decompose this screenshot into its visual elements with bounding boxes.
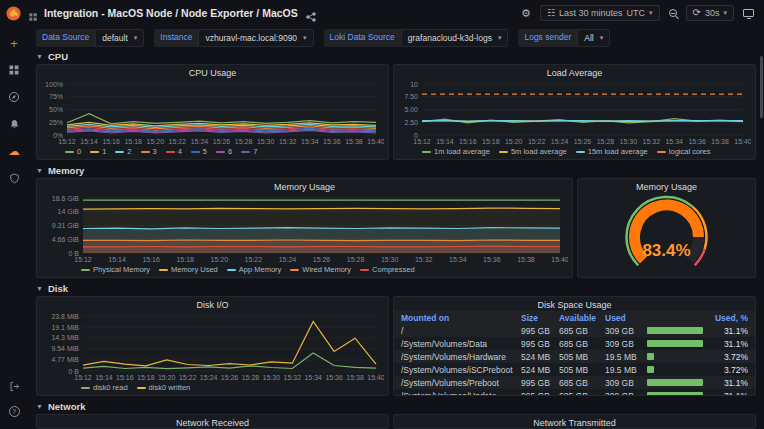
y-axis-label: 19.1 MiB — [51, 324, 79, 331]
alerting-bell-icon[interactable] — [7, 117, 21, 131]
table-cell: /System/Volumes/Preboot — [401, 378, 521, 388]
legend-swatch — [422, 151, 431, 153]
configuration-shield-icon[interactable] — [7, 171, 21, 185]
legend-label: disk0 written — [149, 383, 191, 392]
panel-title[interactable]: Network Received — [37, 415, 388, 429]
legend-item[interactable]: 2 — [115, 147, 131, 156]
panel-title[interactable]: Network Transmitted — [394, 415, 755, 429]
panel-title[interactable]: CPU Usage — [37, 65, 388, 79]
usage-bar — [647, 327, 703, 334]
legend-item[interactable]: 5 — [191, 147, 207, 156]
column-header[interactable]: Size — [521, 313, 559, 323]
column-header[interactable]: Used — [605, 313, 647, 323]
legend-item[interactable]: 6 — [216, 147, 232, 156]
scrollbar-thumb[interactable] — [760, 56, 763, 118]
zoom-out-icon[interactable] — [669, 9, 677, 17]
refresh-interval-label[interactable]: 30s — [705, 8, 720, 18]
usage-bar — [647, 340, 703, 347]
legend-label: Physical Memory — [93, 265, 150, 274]
cpu-usage-chart[interactable]: 0%25%50%75%100%15:1215:1415:1615:1815:20… — [41, 79, 384, 146]
table-cell: 309 GB — [605, 391, 647, 396]
legend-item[interactable]: 7 — [241, 147, 257, 156]
x-axis-label: 15:24 — [191, 138, 209, 145]
memory-gauge[interactable] — [578, 193, 755, 277]
legend-item[interactable]: Physical Memory — [81, 265, 150, 274]
variable-value-dropdown[interactable]: vzhuravl-mac.local:9090▾ — [198, 29, 313, 47]
series-fill — [83, 246, 560, 253]
section-header-cpu[interactable]: ▼ CPU — [36, 51, 756, 61]
timezone-label: UTC — [627, 8, 646, 18]
column-header[interactable]: Available — [559, 313, 605, 323]
share-icon[interactable] — [306, 8, 316, 18]
x-axis-label: 15:40 — [367, 374, 384, 381]
panel-title[interactable]: Disk I/O — [37, 297, 388, 311]
settings-gear-icon[interactable]: ⚙ — [521, 8, 531, 19]
section-header-memory[interactable]: ▼ Memory — [36, 165, 756, 175]
chevron-down-icon: ▾ — [498, 34, 502, 42]
legend-swatch — [159, 269, 168, 271]
dashboards-grid-icon[interactable] — [7, 63, 21, 77]
legend-item[interactable]: 15m load average — [576, 147, 648, 156]
variable-value-dropdown[interactable]: All▾ — [577, 29, 610, 47]
column-header[interactable]: Mounted on — [401, 313, 521, 323]
table-cell: /System/Volumes/Update — [401, 391, 521, 396]
memory-row: Memory Usage 0 B4.66 GiB9.31 GiB14 GiB18… — [36, 178, 756, 278]
panel-title[interactable]: Load Average — [394, 65, 755, 79]
legend-item[interactable]: 4 — [166, 147, 182, 156]
section-title: Disk — [48, 283, 68, 294]
legend-swatch — [137, 387, 146, 389]
legend-item[interactable]: Compressed — [360, 265, 415, 274]
legend-item[interactable]: 1m load average — [422, 147, 490, 156]
y-axis-label: 50% — [49, 106, 63, 113]
panel-title[interactable]: Memory Usage — [37, 179, 572, 193]
x-axis-label: 15:30 — [263, 374, 281, 381]
chevron-down-icon: ▾ — [600, 34, 604, 42]
usage-percent: 3.72% — [724, 365, 748, 375]
x-axis-label: 15:20 — [147, 138, 165, 145]
disk-table-head: Mounted onSizeAvailableUsedUsed, % — [394, 311, 755, 324]
grafana-cloud-icon[interactable]: ☁ — [7, 144, 21, 158]
legend-item[interactable]: 0 — [65, 147, 81, 156]
y-axis-label: 14 GiB — [58, 208, 80, 215]
refresh-control[interactable]: ⟳ 30s ▾ — [686, 5, 734, 21]
x-axis-label: 15:36 — [323, 138, 341, 145]
legend-item[interactable]: 1 — [90, 147, 106, 156]
create-plus-icon[interactable]: + — [7, 36, 21, 50]
help-icon[interactable]: ? — [9, 406, 20, 417]
usage-percent: 31.1% — [724, 391, 748, 396]
time-range-picker[interactable]: ☷ Last 30 minutes UTC ▾ — [540, 5, 660, 21]
grafana-logo-icon[interactable] — [5, 5, 22, 22]
refresh-icon[interactable]: ⟳ — [693, 8, 701, 18]
table-cell: 685 GB — [559, 326, 605, 336]
legend-item[interactable]: disk0 written — [137, 383, 191, 392]
chevron-down-icon: ▾ — [303, 34, 307, 42]
x-axis-label: 15:36 — [325, 374, 343, 381]
variable-value-dropdown[interactable]: grafanacloud-k3d-logs▾ — [401, 29, 509, 47]
legend-item[interactable]: logical cores — [657, 147, 711, 156]
page-title[interactable]: Integration - MacOS Node / Node Exporter… — [44, 7, 298, 19]
section-header-network[interactable]: ▼ Network — [36, 401, 756, 411]
legend-item[interactable]: 5m load average — [499, 147, 567, 156]
explore-compass-icon[interactable] — [7, 90, 21, 104]
table-cell: 685 GB — [559, 339, 605, 349]
legend-item[interactable]: Wired Memory — [290, 265, 351, 274]
kiosk-mode-icon[interactable] — [743, 9, 754, 17]
variable-value-dropdown[interactable]: default▾ — [95, 29, 144, 47]
legend-item[interactable]: Memory Used — [159, 265, 218, 274]
x-axis-label: 15:16 — [142, 256, 160, 263]
panel-title[interactable]: Memory Usage — [578, 179, 755, 193]
memory-usage-chart[interactable]: 0 B4.66 GiB9.31 GiB14 GiB18.6 GiB15:1215… — [41, 193, 568, 264]
legend-item[interactable]: disk0 read — [81, 383, 128, 392]
panel-title[interactable]: Disk Space Usage — [394, 297, 755, 311]
column-header[interactable]: Used, % — [647, 313, 748, 323]
legend-item[interactable]: App Memory — [227, 265, 282, 274]
section-header-disk[interactable]: ▼ Disk — [36, 283, 756, 293]
legend-item[interactable]: 3 — [141, 147, 157, 156]
y-axis-label: 9.54 MiB — [51, 345, 79, 352]
x-axis-label: 15:18 — [137, 374, 155, 381]
sign-out-icon[interactable] — [7, 379, 21, 393]
cpu-row: CPU Usage 0%25%50%75%100%15:1215:1415:16… — [36, 64, 756, 160]
load-average-chart[interactable]: 02.505.007.501015:1215:1415:1615:1815:20… — [398, 79, 751, 146]
x-axis-label: 15:24 — [551, 138, 569, 145]
disk-io-chart[interactable]: 0 B4.77 MiB9.54 MiB14.3 MiB19.1 MiB23.8 … — [41, 311, 384, 382]
